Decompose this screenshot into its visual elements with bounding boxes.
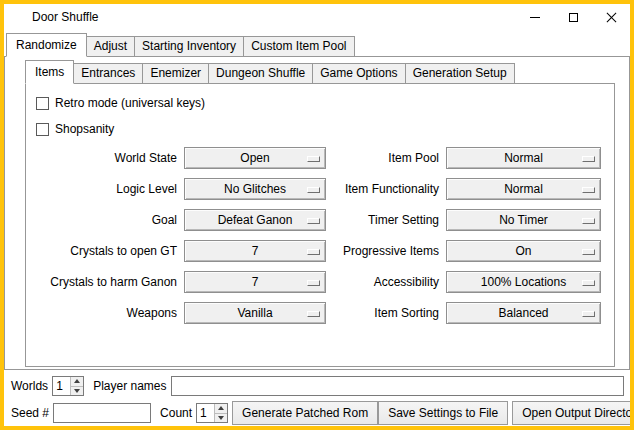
dropdown-indicator-icon (582, 280, 595, 286)
seed-input[interactable] (53, 403, 151, 423)
accessibility-dropdown[interactable]: 100% Locations (446, 271, 601, 293)
worlds-label: Worlds (11, 379, 48, 393)
maximize-icon (569, 13, 578, 22)
open-output-directory-button[interactable]: Open Output Directory (512, 401, 634, 425)
tab-starting-inventory[interactable]: Starting Inventory (134, 36, 244, 57)
dropdown-indicator-icon (307, 187, 320, 193)
close-icon (606, 12, 617, 23)
count-value: 1 (197, 404, 214, 422)
count-spinbox[interactable]: 1 (196, 403, 228, 423)
arrow-up-icon (218, 406, 224, 410)
dropdown-indicator-icon (582, 249, 595, 255)
randomize-panel: Items Entrances Enemizer Dungeon Shuffle… (4, 56, 630, 370)
worlds-spin-up-button[interactable] (71, 377, 83, 387)
tab-enemizer[interactable]: Enemizer (142, 63, 209, 84)
window-controls (516, 4, 630, 30)
accessibility-label: Accessibility (330, 275, 442, 289)
weapons-value: Vanilla (237, 306, 272, 320)
goal-value: Defeat Ganon (218, 213, 293, 227)
timer-setting-label: Timer Setting (330, 213, 442, 227)
seed-row: Seed # Count 1 Generate Patched Rom Save… (11, 401, 624, 425)
items-panel: Retro mode (universal keys) Shopsanity W… (25, 83, 615, 367)
item-pool-label: Item Pool (330, 151, 442, 165)
shopsanity-label: Shopsanity (55, 122, 114, 136)
dropdown-indicator-icon (307, 156, 320, 162)
tab-custom-item-pool[interactable]: Custom Item Pool (243, 36, 354, 57)
logic-level-value: No Glitches (224, 182, 286, 196)
player-names-label: Player names (93, 379, 166, 393)
minimize-icon (530, 17, 540, 18)
dropdown-indicator-icon (307, 311, 320, 317)
shopsanity-checkbox[interactable] (36, 123, 49, 136)
retro-mode-row: Retro mode (universal keys) (36, 95, 606, 111)
weapons-label: Weapons (34, 306, 180, 320)
window-title: Door Shuffle (32, 10, 99, 24)
item-sorting-dropdown[interactable]: Balanced (446, 302, 601, 324)
count-spin-buttons (214, 404, 227, 422)
maximize-button[interactable] (554, 4, 592, 30)
dropdown-indicator-icon (307, 218, 320, 224)
arrow-down-icon (218, 416, 224, 420)
count-spin-down-button[interactable] (215, 414, 227, 423)
progressive-items-value: On (515, 244, 531, 258)
worlds-spin-buttons (70, 377, 83, 395)
logic-level-label: Logic Level (34, 182, 180, 196)
crystals-harm-ganon-value: 7 (252, 275, 259, 289)
crystals-open-gt-value: 7 (252, 244, 259, 258)
logic-level-dropdown[interactable]: No Glitches (184, 178, 326, 200)
progressive-items-label: Progressive Items (330, 244, 442, 258)
dropdown-indicator-icon (307, 280, 320, 286)
titlebar: Door Shuffle (4, 4, 630, 30)
arrow-up-icon (74, 379, 80, 383)
dropdown-indicator-icon (582, 156, 595, 162)
accessibility-value: 100% Locations (481, 275, 566, 289)
close-button[interactable] (592, 4, 630, 30)
tab-adjust[interactable]: Adjust (86, 36, 135, 57)
outer-tab-bar: Randomize Adjust Starting Inventory Cust… (4, 33, 630, 57)
bottom-controls: Worlds 1 Player names Seed # Count 1 (4, 370, 630, 425)
worlds-spinbox[interactable]: 1 (52, 376, 84, 396)
tab-items[interactable]: Items (25, 60, 74, 84)
item-sorting-value: Balanced (498, 306, 548, 320)
save-settings-button[interactable]: Save Settings to File (378, 401, 508, 425)
arrow-down-icon (74, 389, 80, 393)
progressive-items-dropdown[interactable]: On (446, 240, 601, 262)
count-spin-up-button[interactable] (215, 404, 227, 414)
tab-entrances[interactable]: Entrances (73, 63, 143, 84)
count-label: Count (160, 406, 192, 420)
player-names-input[interactable] (171, 376, 625, 396)
item-functionality-dropdown[interactable]: Normal (446, 178, 601, 200)
item-pool-value: Normal (504, 151, 543, 165)
retro-mode-checkbox[interactable] (36, 97, 49, 110)
app-window: Door Shuffle Randomize Adjust Starting I… (0, 0, 634, 430)
retro-mode-label: Retro mode (universal keys) (55, 96, 205, 110)
item-functionality-value: Normal (504, 182, 543, 196)
item-pool-dropdown[interactable]: Normal (446, 147, 601, 169)
crystals-open-gt-label: Crystals to open GT (34, 244, 180, 258)
goal-label: Goal (34, 213, 180, 227)
tab-generation-setup[interactable]: Generation Setup (405, 63, 515, 84)
shopsanity-row: Shopsanity (36, 121, 606, 137)
crystals-harm-ganon-dropdown[interactable]: 7 (184, 271, 326, 293)
tab-game-options[interactable]: Game Options (312, 63, 405, 84)
dropdown-indicator-icon (582, 218, 595, 224)
worlds-value: 1 (53, 377, 70, 395)
world-state-value: Open (240, 151, 269, 165)
seed-label: Seed # (11, 406, 49, 420)
timer-setting-dropdown[interactable]: No Timer (446, 209, 601, 231)
tab-dungeon-shuffle[interactable]: Dungeon Shuffle (208, 63, 313, 84)
goal-dropdown[interactable]: Defeat Ganon (184, 209, 326, 231)
world-state-label: World State (34, 151, 180, 165)
minimize-button[interactable] (516, 4, 554, 30)
worlds-row: Worlds 1 Player names (11, 376, 624, 396)
crystals-open-gt-dropdown[interactable]: 7 (184, 240, 326, 262)
world-state-dropdown[interactable]: Open (184, 147, 326, 169)
weapons-dropdown[interactable]: Vanilla (184, 302, 326, 324)
worlds-spin-down-button[interactable] (71, 387, 83, 396)
dropdown-indicator-icon (582, 187, 595, 193)
inner-tab-bar: Items Entrances Enemizer Dungeon Shuffle… (25, 60, 629, 84)
settings-grid: World State Open Item Pool Normal Logic … (34, 147, 606, 324)
tab-randomize[interactable]: Randomize (6, 33, 87, 57)
generate-patched-rom-button[interactable]: Generate Patched Rom (232, 401, 378, 425)
dropdown-indicator-icon (307, 249, 320, 255)
